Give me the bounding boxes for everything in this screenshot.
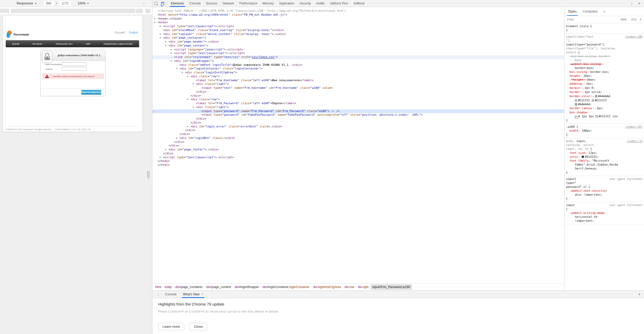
dom-tree-node[interactable]: ▶<div id="login_error" class="errorHint"… <box>152 125 564 129</box>
expand-arrow-icon[interactable]: ▶ <box>165 40 169 44</box>
dom-tree-node[interactable]: ▶<script language="javascript">…</script… <box>152 48 564 52</box>
style-line[interactable]: color: #313131; <box>566 155 642 159</box>
style-line[interactable]: border:▸1px solid; <box>566 90 642 94</box>
drawer-tab-console[interactable]: Console <box>162 291 180 298</box>
dom-tree-node[interactable]: ▼<div class="loginInstCfgArea"> <box>152 71 564 75</box>
learn-more-button[interactable]: Learn more <box>158 323 184 330</box>
drawer-tab-what-s-new[interactable]: What's New× <box>180 291 206 298</box>
dom-tree-node[interactable]: ▼<div class="row"> <box>152 75 564 79</box>
dom-tree-node[interactable]: <html xmlns="http://www.w3.org/1999/xhtm… <box>152 13 564 17</box>
dom-tree-node[interactable]: <div class="emFont loginTitle">Добро пож… <box>152 63 564 67</box>
style-line[interactable]: input[type="password"], <box>566 43 642 46</box>
breadcrumb-item[interactable]: html <box>153 284 163 290</box>
breadcrumb-item[interactable]: div.right <box>356 284 371 290</box>
dom-tree-node[interactable]: <label for="Frm_Password" class="left w1… <box>152 102 564 106</box>
style-line[interactable]: { <box>566 207 642 211</box>
scrollbar-segment[interactable] <box>136 9 143 13</box>
pseudo-button[interactable]: + <box>640 18 641 21</box>
style-line[interactable]: -moz-box-sizing: border- <box>566 54 642 58</box>
style-line[interactable]: margin:▸2px 0; <box>566 86 642 90</box>
viewport-width-input[interactable]: 542 <box>44 1 54 6</box>
style-line[interactable]: disc !important; <box>566 193 642 197</box>
style-line[interactable]: font-size: 12px; <box>566 151 642 155</box>
dom-tree-node[interactable]: ▼<div id="loginContainer" class="loginCo… <box>152 67 564 71</box>
tab-elements[interactable]: Elements <box>168 0 187 7</box>
style-line[interactable]: ⚠*height: 20px; <box>566 78 642 82</box>
tab-application[interactable]: Application <box>276 0 297 7</box>
nav-item[interactable]: Управление и диагностика <box>104 43 133 45</box>
dom-tree-node[interactable]: ▶<div id="page_header">…</div> <box>152 40 564 44</box>
expand-arrow-icon[interactable]: ▶ <box>154 17 158 21</box>
tab-adblock-plus[interactable]: Adblock Plus <box>327 0 351 7</box>
style-line[interactable]: user agent stylesheetinput <box>566 203 642 207</box>
expand-arrow-icon[interactable]: ▶ <box>171 48 174 52</box>
style-line[interactable]: box-sizing: border-box; <box>566 70 642 74</box>
scrollbar-segment[interactable] <box>0 9 9 13</box>
style-line[interactable]: "], <box>566 39 642 43</box>
style-line[interactable]: } <box>566 118 642 122</box>
dom-tree-node[interactable]: ▶<div id="page_footer">…</div> <box>152 148 564 152</box>
tab-audits[interactable]: Audits <box>313 0 327 7</box>
breadcrumb-item[interactable]: body <box>163 284 174 290</box>
dom-tree-node[interactable]: ▼<div id="page_content"> <box>152 44 564 48</box>
expand-arrow-icon[interactable]: ▼ <box>187 98 190 102</box>
dom-tree-node[interactable]: <input type="text" name="Frm_Username" i… <box>152 86 564 90</box>
devtools-more-icon[interactable]: ⋮ <box>630 1 634 5</box>
dom-tree-node[interactable]: </div> <box>152 140 564 144</box>
sidebar-tab-computed[interactable]: Computed <box>583 10 597 16</box>
style-line[interactable]: input[type="file"], textarea, <box>566 46 642 50</box>
tab-console[interactable]: Console <box>187 0 203 7</box>
login-submit-button[interactable]: Зарегистрироваться <box>81 90 101 95</box>
dom-tree-node[interactable]: ▶<script type="text/javascript">…</scrip… <box>152 25 564 28</box>
style-line[interactable]: } <box>566 197 642 201</box>
device-toolbar-more-icon[interactable]: ⋮ <box>142 1 146 5</box>
style-line[interactable]: element.style { <box>566 24 642 28</box>
device-toolbar-toggle-icon[interactable] <box>159 0 166 7</box>
device-type-select[interactable]: Responsive ▼ <box>17 2 37 5</box>
style-line[interactable]: width: 180px; <box>566 129 642 133</box>
expand-arrow-icon[interactable]: ▼ <box>182 71 185 75</box>
color-swatch[interactable] <box>575 103 577 106</box>
dom-tree-node[interactable]: </div> <box>152 144 564 148</box>
dom-tree-node[interactable]: ▼<div class="row"> <box>152 98 564 102</box>
style-line[interactable]: box-shadow: <box>566 110 642 114</box>
sidebar-tab-overflow[interactable]: » <box>604 10 605 16</box>
expand-arrow-icon[interactable]: ▶ <box>160 25 163 28</box>
pseudo-button[interactable]: .cls <box>630 18 637 21</box>
scrollbar-segment[interactable] <box>145 9 150 13</box>
breadcrumb-item[interactable]: div#page_content <box>204 284 233 290</box>
expand-arrow-icon[interactable]: ▼ <box>193 82 196 86</box>
dom-tree-node[interactable]: </div> <box>152 90 564 94</box>
color-swatch[interactable] <box>592 99 594 102</box>
lang-russian-link[interactable]: Русский <box>115 31 124 34</box>
pseudo-button[interactable]: :hov <box>619 18 627 21</box>
dom-tree-node[interactable]: </html> <box>152 163 564 167</box>
style-line[interactable]: YaHei",Arial,SimSun,Verda <box>566 163 642 167</box>
dom-tree-node[interactable]: ▶<script type="text/javascript">…</scrip… <box>152 156 564 160</box>
dom-tree-node[interactable]: ▼<div class="right"> <box>152 82 564 86</box>
inspect-element-icon[interactable] <box>152 0 159 7</box>
breadcrumb-item[interactable]: input#Frm_Password.w180 <box>371 284 412 290</box>
breadcrumb-item[interactable]: div#loginContainer.loginContainer <box>261 284 311 290</box>
style-line[interactable]: -webkit-box-sizing: <box>566 62 642 66</box>
color-swatch[interactable] <box>595 95 597 97</box>
style-line[interactable]: border-box; <box>566 66 642 70</box>
dom-tree-node[interactable]: </div> <box>152 132 564 136</box>
password-field[interactable] <box>62 67 87 71</box>
drawer-close-icon[interactable]: × <box>638 292 640 296</box>
dom-tree-node[interactable]: </div> <box>152 128 564 132</box>
style-line[interactable]: } <box>566 133 642 137</box>
dom-tree-node[interactable]: ▶<div id="tipLayer" class="white_content… <box>152 32 564 36</box>
expand-arrow-icon[interactable]: ▼ <box>193 106 196 109</box>
tab-adblock[interactable]: AdBlock <box>351 0 367 7</box>
expand-arrow-icon[interactable]: ▼ <box>176 67 180 71</box>
style-line[interactable]: #CCCCCC #CCCCCC <box>566 98 642 102</box>
dom-tree-node[interactable]: <div id="blackMask" class="black_overlay… <box>152 28 564 32</box>
style-line[interactable]: (index):357.w180 { <box>566 125 642 129</box>
style-line[interactable]: !important; <box>566 219 642 223</box>
dom-tree-node[interactable]: </div> <box>152 121 564 125</box>
style-line[interactable]: select { <box>566 50 642 54</box>
stylesheet-source-link[interactable]: (index):190 <box>625 35 642 39</box>
pane-resize-handle[interactable] <box>147 171 150 178</box>
style-line[interactable]: user agent stylesheetinput[ <box>566 177 642 181</box>
